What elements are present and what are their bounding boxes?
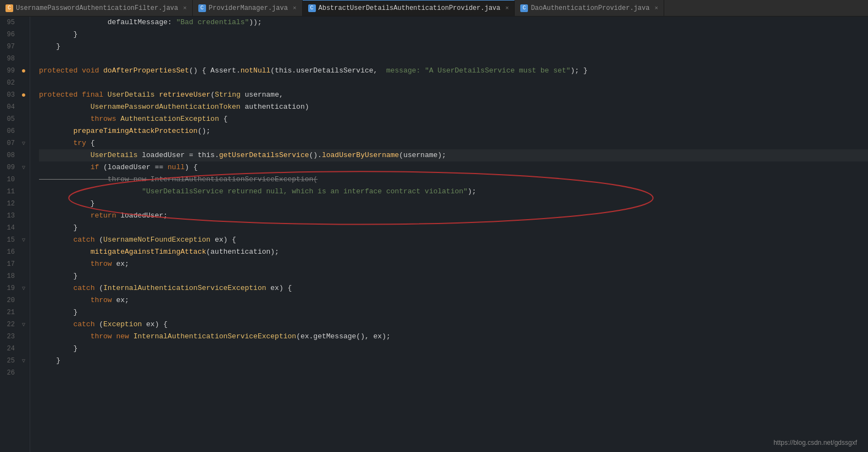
token-kw: catch — [73, 282, 94, 294]
gutter-row: 08 — [0, 149, 30, 161]
gutter-icon: ▽ — [19, 164, 28, 171]
code-line: } — [39, 41, 868, 53]
token-kw: throws — [91, 113, 116, 125]
token-plain — [103, 89, 108, 101]
token-strikethrough: throw new InternalAuthenticationServiceE… — [39, 174, 318, 186]
token-plain — [39, 137, 73, 149]
token-plain: ( — [94, 282, 103, 294]
token-plain — [39, 113, 91, 125]
token-plain: ); — [468, 186, 476, 198]
line-number: 03 — [0, 91, 19, 99]
token-plain — [39, 101, 91, 113]
token-type: String — [215, 89, 241, 101]
token-plain — [112, 331, 116, 343]
token-kw: protected — [39, 65, 77, 77]
token-plain — [39, 246, 91, 258]
tab-icon-orange-1: C — [5, 4, 13, 12]
token-type: InternalAuthenticationServiceException — [133, 331, 296, 343]
code-line: throw new InternalAuthenticationServiceE… — [39, 174, 868, 186]
watermark: https://blog.csdn.net/gdssgxf — [774, 439, 857, 447]
code-line: if (loadedUser == null) { — [39, 161, 868, 174]
token-str: "UserDetailsService returned null, which… — [142, 186, 468, 198]
code-line: "UserDetailsService returned null, which… — [39, 186, 868, 198]
tab-username-filter[interactable]: C UsernamePasswordAuthenticationFilter.j… — [0, 0, 193, 16]
token-plain — [39, 161, 91, 174]
token-kw: throw — [91, 331, 112, 343]
token-fn: loadUserByUsername — [322, 149, 399, 161]
token-plain: (username); — [399, 149, 446, 161]
token-plain: loadedUser; — [116, 210, 168, 222]
gutter-icon: ▽ — [19, 321, 28, 328]
line-number: 21 — [0, 309, 19, 316]
tab-dao-provider[interactable]: C DaoAuthenticationProvider.java × — [515, 0, 664, 16]
token-plain: loadedUser = — [137, 149, 197, 161]
token-plain — [39, 186, 142, 198]
token-kw: try — [73, 137, 86, 149]
token-plain: (); — [198, 125, 210, 137]
gutter-row: 96 — [0, 29, 30, 41]
code-line: defaultMessage: "Bad credentials")); — [39, 16, 868, 29]
code-line: catch (UsernameNotFoundException ex) { — [39, 234, 868, 246]
editor: 9596979899●0203●04050607▽0809▽1011121314… — [0, 16, 868, 452]
token-plain: ex) { — [266, 282, 292, 294]
token-plain: } — [39, 343, 77, 355]
gutter-row: 99● — [0, 65, 30, 77]
token-fn: mitigateAgainstTimingAttack — [91, 246, 207, 258]
gutter-row: 22▽ — [0, 319, 30, 331]
code-line: mitigateAgainstTimingAttack(authenticati… — [39, 246, 868, 258]
token-plain — [39, 258, 91, 270]
token-fn: notNull — [241, 65, 271, 77]
token-plain: ex; — [112, 294, 129, 306]
gutter-row: 97 — [0, 41, 30, 53]
token-type: UserDetails — [108, 89, 155, 101]
line-number: 07 — [0, 139, 19, 147]
token-plain — [39, 282, 73, 294]
token-plain: (). — [309, 149, 322, 161]
token-type: AuthenticationException — [120, 113, 219, 125]
code-line: throw new InternalAuthenticationServiceE… — [39, 331, 868, 343]
code-line: prepareTimingAttackProtection(); — [39, 125, 868, 137]
token-plain — [77, 65, 82, 77]
token-plain: authentication) — [241, 101, 309, 113]
gutter-row: 02 — [0, 77, 30, 89]
token-plain: ( — [210, 89, 215, 101]
token-type: UserDetails — [91, 149, 138, 161]
code-line: } — [39, 198, 868, 210]
gutter-row: 14 — [0, 222, 30, 234]
tab-close-1[interactable]: × — [183, 5, 187, 12]
token-fn: doAfterPropertiesSet — [103, 65, 189, 77]
line-number: 24 — [0, 345, 19, 353]
token-kw: throw — [91, 258, 112, 270]
line-number: 26 — [0, 369, 19, 377]
tab-close-3[interactable]: × — [505, 5, 509, 12]
gutter-icon: ▽ — [19, 285, 28, 292]
token-plain: } — [39, 306, 77, 319]
tab-abstract-provider[interactable]: C AbstractUserDetailsAuthenticationProvi… — [303, 0, 515, 16]
gutter-row: 25▽ — [0, 355, 30, 367]
token-kw: final — [82, 89, 103, 101]
line-number: 14 — [0, 224, 19, 232]
tab-provider-manager[interactable]: C ProviderManager.java × — [193, 0, 303, 16]
token-plain: ex; — [112, 258, 129, 270]
gutter-row: 16 — [0, 246, 30, 258]
code-line — [39, 367, 868, 379]
line-number: 06 — [0, 127, 19, 135]
line-number: 11 — [0, 188, 19, 196]
line-number: 09 — [0, 164, 19, 171]
line-number: 20 — [0, 297, 19, 304]
token-plain: (this.userDetailsService, — [270, 65, 386, 77]
tab-close-2[interactable]: × — [293, 5, 297, 12]
tab-label-1: UsernamePasswordAuthenticationFilter.jav… — [16, 4, 178, 12]
token-str: message: "A UserDetailsService must be s… — [386, 65, 570, 77]
line-number: 12 — [0, 200, 19, 208]
gutter-row: 06 — [0, 125, 30, 137]
line-number: 96 — [0, 31, 19, 38]
code-line: throw ex; — [39, 294, 868, 306]
gutter-row: 20 — [0, 294, 30, 306]
line-number: 25 — [0, 357, 19, 365]
tab-close-4[interactable]: × — [654, 5, 658, 12]
line-number: 17 — [0, 260, 19, 268]
gutter-row: 98 — [0, 53, 30, 65]
token-plain: } — [39, 41, 60, 53]
token-str: "Bad credentials" — [176, 16, 249, 29]
